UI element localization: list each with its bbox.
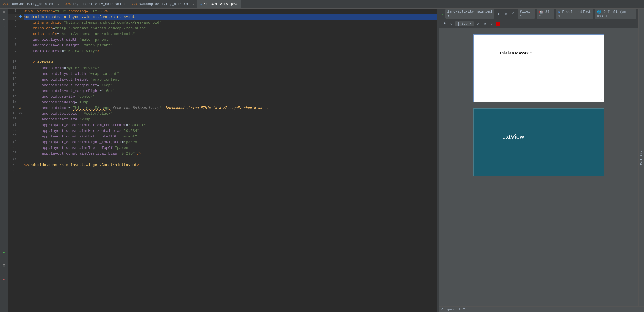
gutter-6: [19, 37, 24, 43]
resize-handle-icon[interactable]: ⟋: [600, 98, 603, 101]
tab-close-icon3[interactable]: ✕: [193, 3, 194, 6]
line-num-21: 21: [8, 122, 19, 128]
theme-icon[interactable]: ◈: [503, 11, 509, 17]
api-text: 34: [545, 10, 549, 14]
gutter-29: [19, 168, 24, 174]
layers-icon[interactable]: ⊞: [496, 11, 501, 17]
filename-arrow-icon: ▾: [447, 14, 449, 18]
code-line-20: 20 android:textSize="20sp": [8, 117, 437, 122]
line-content-29: [24, 168, 437, 174]
sidebar-lines-icon[interactable]: ☰: [1, 263, 7, 269]
code-line-5: 5 xmlns:tools="http://schemas.android.co…: [8, 31, 437, 37]
tab-close-icon2[interactable]: ✕: [124, 3, 126, 6]
line-content-23: app:layout_constraintLeft_toLeftOf="pare…: [24, 134, 437, 139]
line-content-18: android:text="This is a MAssage from the…: [24, 105, 437, 111]
locale-icon: 🌐: [597, 10, 603, 14]
sidebar-structure-icon[interactable]: ≡: [1, 10, 7, 15]
cursor-icon[interactable]: ↖: [448, 21, 454, 27]
sidebar-run-icon[interactable]: ▶: [1, 249, 7, 255]
line-content-25: app:layout_constraintTop_toTopOf="parent…: [24, 145, 437, 151]
eye-icon[interactable]: 👁: [441, 21, 447, 27]
tab-land-activity[interactable]: </> land\activity_main.xml ✕: [0, 0, 62, 8]
sidebar-dots-icon[interactable]: ⋯: [1, 23, 7, 29]
gutter-26: [19, 151, 24, 157]
gutter-1: [19, 9, 24, 14]
tab-mainactivity[interactable]: ☕ MainActivity.java: [197, 0, 242, 8]
code-line-26: 26 app:layout_constraintVertical_bias="0…: [8, 151, 437, 157]
tab-layout-activity[interactable]: </> layout/activity_main.xml ✕: [62, 0, 129, 8]
sidebar-bookmark-icon[interactable]: ◈: [1, 17, 7, 22]
gutter-2: [19, 14, 24, 20]
intent-dropdown[interactable]: ⊙ FreeIntentTest ▾: [556, 9, 593, 19]
gutter-23: [19, 134, 24, 139]
component-tree-label: Component Tree: [441, 308, 472, 311]
code-line-18: 18 ⚠ android:text="This is a MAssage fro…: [8, 105, 437, 111]
line-num-13: 13: [8, 77, 19, 83]
line-num-27: 27: [8, 157, 19, 162]
api-dropdown[interactable]: 🤖 34 ▾: [537, 9, 554, 19]
line-num-11: 11: [8, 65, 19, 71]
line-content-8: tools:context=".MainActivity">: [24, 48, 437, 54]
line-content-11: android:id="@+id/textView": [24, 65, 437, 71]
line-content-22: app:layout_constraintHorizontal_bias="0.…: [24, 128, 437, 134]
gutter-28: [19, 162, 24, 168]
margin-text: 0dp: [461, 22, 468, 26]
gutter-24: [19, 139, 24, 145]
code-editor[interactable]: 1 <?xml version="1.0" encoding="utf-8"?>…: [8, 9, 437, 312]
margin-dropdown[interactable]: | 0dp ▾: [455, 21, 474, 26]
locale-dropdown[interactable]: 🌐 Default (en-us) ▾: [595, 9, 636, 19]
line-num-10: 10: [8, 60, 19, 65]
wrench-icon[interactable]: ⚙: [482, 21, 488, 27]
tab-label: MainActivity.java: [203, 2, 238, 6]
line-content-28: </androidx.constraintlayout.widget.Const…: [24, 162, 437, 168]
code-line-25: 25 app:layout_constraintTop_toTopOf="par…: [8, 145, 437, 151]
filename-text: land/activity_main.xml: [447, 10, 492, 14]
filename-dropdown[interactable]: land/activity_main.xml ▾: [445, 9, 494, 19]
margin-icon: |: [457, 22, 461, 26]
intent-arrow-icon: ▾: [558, 14, 560, 18]
device-dropdown[interactable]: Pixel ▾: [518, 9, 535, 19]
right-toolbar: ✓ land/activity_main.xml ▾ ⊞ ◈ ☾ Pixel ▾…: [439, 9, 638, 19]
gutter-4: [19, 26, 24, 31]
code-line-11: 11 android:id="@+id/textView": [8, 65, 437, 71]
code-line-15: 15 android:layout_marginRight="16dp": [8, 88, 437, 94]
line-content-4: xmlns:app="http://schemas.android.com/ap…: [24, 26, 437, 31]
line-num-2: 2: [8, 14, 19, 20]
line-num-24: 24: [8, 139, 19, 145]
gutter-17: [19, 100, 24, 105]
line-num-23: 23: [8, 134, 19, 139]
component-tree-bar[interactable]: Component Tree: [439, 306, 644, 312]
line-num-3: 3: [8, 20, 19, 26]
nightmode-icon[interactable]: ☾: [510, 11, 516, 17]
tab-sw600dp-activity[interactable]: </> sw600dp/activity_main.xml ✕: [129, 0, 197, 8]
line-num-22: 22: [8, 128, 19, 134]
gutter-7: [19, 43, 24, 48]
line-num-14: 14: [8, 83, 19, 88]
line-num-4: 4: [8, 26, 19, 31]
line-content-13: android:layout_height="wrap_content": [24, 77, 437, 83]
intent-text: FreeIntentTest: [562, 10, 591, 14]
target-icon[interactable]: ⊕: [489, 21, 494, 27]
tab-close-icon[interactable]: ✕: [57, 3, 59, 6]
error-badge[interactable]: !: [496, 22, 500, 26]
locale-arrow-icon: ▾: [603, 14, 607, 18]
gutter-15: [19, 88, 24, 94]
path-icon[interactable]: ⌲: [475, 21, 481, 27]
sidebar-error-icon[interactable]: ⊗: [1, 277, 7, 282]
right-toolbar2: 👁 ↖ | 0dp ▾ ⌲ ⚙ ⊕ !: [439, 19, 638, 28]
line-num-8: 8: [8, 48, 19, 54]
gutter-27: [19, 157, 24, 162]
code-line-16: 16 android:gravity="center": [8, 94, 437, 100]
line-content-17: android:padding="10dp": [24, 100, 437, 105]
device-arrow-icon: ▾: [520, 14, 522, 18]
code-line-28: 28 </androidx.constraintlayout.widget.Co…: [8, 162, 437, 168]
code-line-4: 4 xmlns:app="http://schemas.android.com/…: [8, 26, 437, 31]
left-sidebar: ≡ ◈ ⋯ ▶ ☰ ⊗: [0, 9, 8, 312]
preview-portrait-dark: TextView: [473, 108, 604, 176]
gutter-16: [19, 94, 24, 100]
code-line-27: 27: [8, 157, 437, 162]
line-content-26: app:layout_constraintVertical_bias="0.29…: [24, 151, 437, 157]
palette-tab-label: Palette: [640, 150, 643, 165]
preview-text-label: This is a MAssage: [497, 49, 534, 57]
palette-tab[interactable]: Palette: [638, 9, 644, 306]
